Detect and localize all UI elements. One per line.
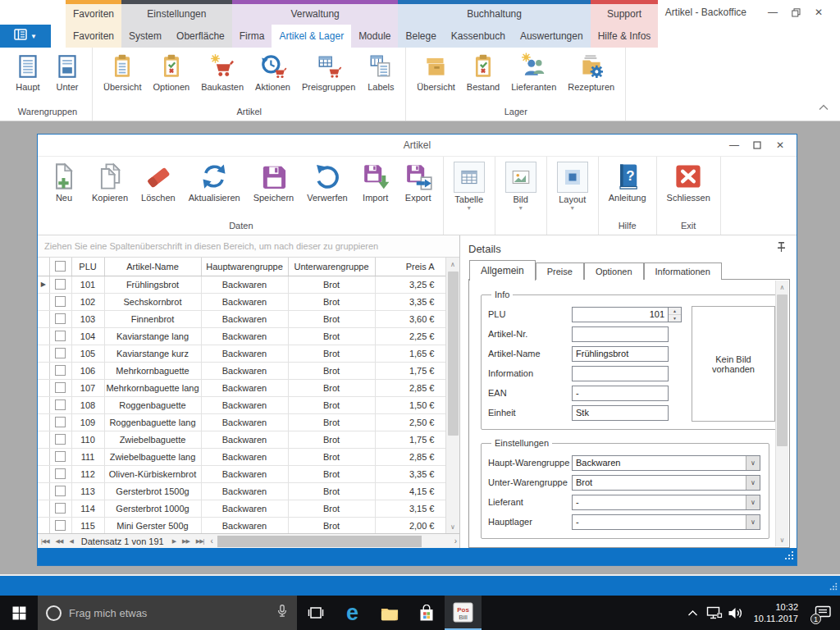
close-button[interactable]: ✕: [807, 3, 830, 21]
hscroll-left-icon[interactable]: ‹: [207, 536, 215, 546]
nav-last-button[interactable]: ▶▶|: [193, 538, 208, 545]
start-button[interactable]: [0, 596, 38, 630]
taskbar-clock[interactable]: 10:32 10.11.2017: [746, 601, 806, 624]
pin-icon[interactable]: [776, 241, 787, 256]
artikel-window-titlebar[interactable]: Artikel — ✕: [38, 135, 797, 156]
spinner-up-icon[interactable]: ▲: [669, 308, 681, 315]
dropdown-unter-warengruppe[interactable]: Brot∨: [572, 475, 760, 491]
artikel-close-button[interactable]: ✕: [769, 137, 792, 153]
table-row[interactable]: 110ZwiebelbaguetteBackwarenBrot1,75 €: [38, 431, 445, 448]
row-checkbox[interactable]: [55, 331, 66, 341]
dropdown-haupt-warengruppe[interactable]: Backwaren∨: [572, 455, 760, 471]
table-row[interactable]: ▶101FrühlingsbrotBackwarenBrot3,25 €: [38, 276, 445, 293]
field-input-information[interactable]: [572, 366, 669, 381]
table-row[interactable]: 104Kaviarstange langBackwarenBrot2,25 €: [38, 327, 445, 345]
row-checkbox[interactable]: [55, 348, 66, 358]
row-checkbox[interactable]: [55, 486, 66, 496]
table-row[interactable]: 112Oliven-KürbiskernbrotBackwarenBrot3,3…: [38, 465, 445, 482]
row-checkbox[interactable]: [55, 451, 66, 462]
task-view-button[interactable]: [297, 596, 334, 630]
ribbon-tab-belege[interactable]: Belege: [398, 25, 443, 48]
ribbon-tab-artikel-lager[interactable]: Artikel & Lager: [272, 25, 351, 48]
ribbon-item-rezepturen[interactable]: Rezepturen: [562, 52, 620, 93]
ribbon-tab-hilfe-infos[interactable]: Hilfe & Infos: [591, 25, 659, 48]
toolbar-item-layout[interactable]: Layout▼: [550, 162, 595, 211]
taskbar-search[interactable]: Frag mich etwas: [38, 596, 297, 630]
ribbon-tab-auswertungen[interactable]: Auswertungen: [513, 25, 591, 48]
toolbar-item-tabelle[interactable]: Tabelle▼: [447, 162, 491, 211]
ribbon-tab-kassenbuch[interactable]: Kassenbuch: [444, 25, 513, 48]
table-row[interactable]: 115Mini Gerster 500gBackwarenBrot2,00 €: [38, 517, 445, 533]
toolbar-item-bild[interactable]: Bild▼: [499, 162, 543, 211]
row-checkbox[interactable]: [55, 296, 66, 307]
table-row[interactable]: 114Gersterbrot 1000gBackwarenBrot3,15 €: [38, 500, 445, 517]
toolbar-item-export[interactable]: Export: [397, 162, 440, 203]
store-icon[interactable]: [408, 596, 445, 630]
toolbar-item-aktualisieren[interactable]: Aktualisieren: [182, 162, 247, 203]
row-checkbox[interactable]: [55, 365, 66, 376]
ribbon-item-lieferanten[interactable]: Lieferanten: [505, 52, 562, 93]
spinner-down-icon[interactable]: ▼: [669, 315, 681, 322]
minimize-button[interactable]: —: [761, 3, 784, 21]
volume-icon[interactable]: [725, 596, 746, 630]
field-input-ean[interactable]: -: [572, 386, 669, 401]
details-tab-informationen[interactable]: Informationen: [644, 262, 722, 280]
grid-hscroll-thumb[interactable]: [217, 536, 422, 547]
scroll-up-icon[interactable]: ∧: [776, 281, 788, 294]
plu-spinner[interactable]: ▲▼: [669, 307, 682, 322]
toolbar-item-anleitung[interactable]: ?Anleitung: [602, 162, 653, 203]
table-row[interactable]: 107Mehrkornbaguette langBackwarenBrot2,8…: [38, 379, 445, 396]
grid-vertical-scrollbar[interactable]: ∧ ∨: [445, 258, 459, 533]
tray-expand-icon[interactable]: [682, 596, 704, 630]
details-tab-preise[interactable]: Preise: [536, 262, 584, 280]
ribbon-item-ubersicht[interactable]: Übersicht: [98, 52, 147, 93]
chevron-down-icon[interactable]: ∨: [746, 495, 760, 509]
ribbon-item-labels[interactable]: Labels: [361, 52, 400, 93]
ribbon-item-ubersicht[interactable]: Übersicht: [411, 52, 460, 93]
ribbon-item-preisgruppen[interactable]: Preisgruppen: [296, 52, 361, 93]
toolbar-item-verwerfen[interactable]: Verwerfen: [300, 162, 354, 203]
column-header-unterwarengruppe[interactable]: Unterwarengruppe: [288, 258, 375, 276]
row-checkbox[interactable]: [55, 503, 66, 514]
row-checkbox[interactable]: [55, 434, 66, 445]
ribbon-tab-system[interactable]: System: [121, 25, 169, 48]
file-explorer-icon[interactable]: [371, 596, 408, 630]
row-checkbox[interactable]: [55, 279, 66, 290]
nav-next-button[interactable]: ▶: [169, 538, 179, 545]
table-row[interactable]: 113Gersterbrot 1500gBackwarenBrot4,15 €: [38, 482, 445, 500]
grid-horizontal-scrollbar[interactable]: [217, 535, 450, 548]
chevron-down-icon[interactable]: ∨: [746, 476, 760, 490]
ribbon-item-baukasten[interactable]: Baukasten: [195, 52, 249, 93]
table-row[interactable]: 103FinnenbrotBackwarenBrot3,60 €: [38, 310, 445, 327]
table-row[interactable]: 111Zwiebelbaguette langBackwarenBrot2,85…: [38, 448, 445, 465]
row-checkbox[interactable]: [55, 468, 66, 479]
nav-first-button[interactable]: |◀◀: [38, 538, 52, 545]
details-scroll-thumb[interactable]: [777, 294, 788, 446]
ribbon-tab-firma[interactable]: Firma: [232, 25, 272, 48]
dropdown-hauptlager[interactable]: -∨: [572, 514, 760, 530]
grid-scroll-thumb[interactable]: [448, 272, 459, 436]
row-checkbox[interactable]: [55, 313, 66, 324]
table-row[interactable]: 106MehrkornbaguetteBackwarenBrot1,75 €: [38, 362, 445, 379]
restore-button[interactable]: [784, 3, 807, 21]
details-vertical-scrollbar[interactable]: ∧ ∨: [775, 281, 788, 546]
ribbon-item-bestand[interactable]: Bestand: [461, 52, 505, 93]
microphone-icon[interactable]: [276, 604, 289, 622]
ribbon-tab-module[interactable]: Module: [351, 25, 398, 48]
chevron-down-icon[interactable]: ∨: [746, 456, 760, 470]
artikel-minimize-button[interactable]: —: [723, 137, 746, 153]
table-row[interactable]: 108RoggenbaguetteBackwarenBrot1,50 €: [38, 396, 445, 413]
artikel-maximize-button[interactable]: [746, 137, 769, 153]
column-header-artikel-name[interactable]: Artikel-Name: [104, 258, 201, 276]
scroll-down-icon[interactable]: ∨: [446, 520, 459, 533]
ribbon-item-unter[interactable]: Unter: [48, 52, 87, 93]
ribbon-tab-oberflache[interactable]: Oberfläche: [169, 25, 232, 48]
resize-grip-icon[interactable]: [784, 549, 794, 564]
scroll-up-icon[interactable]: ∧: [446, 258, 459, 271]
toolbar-item-loschen[interactable]: Löschen: [135, 162, 182, 203]
nav-prev-page-button[interactable]: ◀◀: [52, 538, 66, 545]
posbill-app-button[interactable]: PosBill: [445, 596, 482, 630]
field-input-plu[interactable]: 101: [572, 307, 669, 322]
network-icon[interactable]: [704, 596, 725, 630]
toolbar-item-neu[interactable]: Neu: [43, 162, 85, 203]
